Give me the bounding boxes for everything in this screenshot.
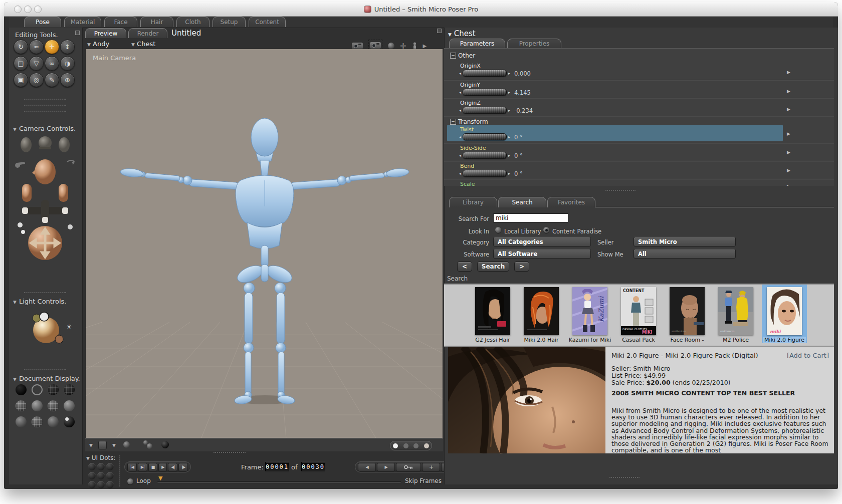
- document-display-header[interactable]: ▼ Document Display.: [13, 373, 80, 383]
- add-to-cart-link[interactable]: [Add to Cart]: [787, 352, 829, 359]
- total-frames-field[interactable]: 00030: [301, 462, 325, 471]
- result-item[interactable]: smithmicro Face Room -: [665, 285, 710, 343]
- param-value[interactable]: -0.234: [514, 107, 533, 114]
- current-frame-field[interactable]: 00001: [265, 462, 289, 471]
- direct-manipulation-tool-icon[interactable]: ⊕: [60, 73, 75, 87]
- display-mode-flat-shaded[interactable]: [32, 400, 43, 411]
- rotate-tool-icon[interactable]: ↻: [14, 40, 28, 54]
- chevron-down-icon[interactable]: ▼: [89, 443, 93, 448]
- resize-grip[interactable]: [605, 190, 636, 191]
- show-me-dropdown[interactable]: All: [634, 249, 736, 259]
- tab-material[interactable]: Material: [64, 17, 101, 27]
- ui-dot[interactable]: [88, 481, 96, 488]
- param-expand-icon[interactable]: ▶: [787, 168, 790, 173]
- param-dial-originy[interactable]: ◂▸: [459, 89, 510, 96]
- result-item[interactable]: G2 Jessi Hair: [470, 285, 515, 343]
- grouping-tool-icon[interactable]: ▣: [14, 73, 28, 87]
- prev-page-button[interactable]: <: [457, 262, 472, 272]
- ui-dot[interactable]: [97, 481, 105, 488]
- param-dial-sideside[interactable]: ◂▸: [459, 152, 510, 159]
- morph-tool-icon[interactable]: ✎: [45, 73, 59, 87]
- search-input[interactable]: [493, 213, 568, 222]
- local-library-radio[interactable]: [495, 227, 501, 233]
- param-expand-icon[interactable]: ▶: [787, 184, 790, 186]
- timeline-marker[interactable]: ▼: [158, 475, 162, 481]
- tab-search[interactable]: Search: [498, 197, 546, 207]
- content-paradise-label[interactable]: Content Paradise: [552, 228, 601, 235]
- param-dial-originz[interactable]: ◂▸: [459, 107, 510, 114]
- display-mode-texture-shaded[interactable]: [48, 416, 59, 427]
- color-tool-icon[interactable]: ◑: [60, 56, 75, 71]
- actor-header[interactable]: ▼ Chest: [448, 29, 476, 38]
- result-item[interactable]: KaZumi Kazumi for Miki: [567, 285, 612, 343]
- collapse-group-icon[interactable]: −: [450, 119, 456, 125]
- sun-icon[interactable]: ☀: [66, 323, 72, 331]
- ui-dots-header[interactable]: ▼ UI Dots:: [86, 454, 115, 461]
- param-expand-icon[interactable]: ▶: [787, 89, 790, 94]
- param-expand-icon[interactable]: ▶: [787, 107, 790, 112]
- content-paradise-radio[interactable]: [543, 227, 549, 233]
- panel-shade-icon[interactable]: [75, 31, 80, 35]
- ui-dot[interactable]: [88, 463, 96, 470]
- param-dial-twist[interactable]: ◂▸: [459, 133, 510, 140]
- result-item[interactable]: Miki 2.0 Hair: [519, 285, 564, 343]
- tab-render[interactable]: Render: [128, 28, 167, 38]
- display-mode-cartoon[interactable]: [64, 400, 75, 411]
- camera-controls-header[interactable]: ▼ Camera Controls.: [13, 123, 76, 133]
- magnifier-tool-icon[interactable]: ◎: [29, 73, 44, 87]
- ui-dot[interactable]: [88, 472, 96, 479]
- param-expand-icon[interactable]: ▶: [787, 70, 790, 75]
- step-back-button[interactable]: ◀|: [168, 463, 177, 471]
- translate-inout-tool-icon[interactable]: ↕: [60, 40, 75, 54]
- software-dropdown[interactable]: All Software: [493, 249, 591, 259]
- light-controls-header[interactable]: ▼ Light Controls.: [13, 296, 67, 306]
- play-button[interactable]: ▶: [158, 463, 167, 471]
- tab-library[interactable]: Library: [449, 197, 497, 207]
- translate-tool-icon[interactable]: ✛: [45, 40, 59, 54]
- param-value[interactable]: 4.145: [514, 89, 531, 96]
- timeline-track[interactable]: [157, 481, 401, 483]
- tab-pose[interactable]: Pose: [24, 17, 61, 27]
- tab-face[interactable]: Face: [104, 17, 137, 27]
- stop-button[interactable]: ■: [148, 463, 158, 471]
- tracking-mode-pill[interactable]: [390, 441, 432, 450]
- loop-radio[interactable]: [127, 478, 133, 484]
- tab-preview[interactable]: Preview: [85, 28, 126, 38]
- scrollbar-grip[interactable]: [609, 477, 640, 478]
- resize-grip[interactable]: [214, 452, 246, 453]
- display-mode-smooth-shaded[interactable]: [16, 416, 27, 427]
- camera-name-label[interactable]: Main Camera: [93, 54, 136, 62]
- param-expand-icon[interactable]: ▶: [787, 150, 790, 155]
- param-value[interactable]: 0 °: [514, 134, 523, 141]
- display-mode-hidden-line[interactable]: [64, 384, 75, 395]
- main-viewport[interactable]: Main Camera: [85, 49, 443, 438]
- next-page-button[interactable]: >: [514, 262, 529, 272]
- tab-hair[interactable]: Hair: [140, 17, 173, 27]
- local-library-label[interactable]: Local Library: [504, 228, 541, 235]
- display-mode-wireframe[interactable]: [48, 384, 59, 395]
- tab-cloth[interactable]: Cloth: [176, 17, 209, 27]
- ui-dot[interactable]: [97, 472, 105, 479]
- display-mode-flat-lined[interactable]: [48, 400, 59, 411]
- step-forward-button[interactable]: |▶: [178, 463, 188, 471]
- seller-dropdown[interactable]: Smith Micro: [634, 237, 736, 246]
- chain-break-tool-icon[interactable]: ∞: [45, 56, 59, 71]
- edit-keyframes-button[interactable]: [396, 463, 421, 471]
- shadow-toggle-icon[interactable]: [161, 441, 169, 448]
- ui-dot[interactable]: [97, 463, 105, 470]
- tab-setup[interactable]: Setup: [213, 17, 246, 27]
- param-dial-originx[interactable]: ◂▸: [459, 70, 510, 77]
- multi-sphere-icon[interactable]: [147, 443, 152, 449]
- camera-controls-widget[interactable]: [13, 134, 77, 260]
- result-item[interactable]: CONTENT CASUAL CLOTHES MIKI Casual Pack: [616, 285, 661, 343]
- ui-dot[interactable]: [106, 472, 114, 479]
- category-dropdown[interactable]: All Categories: [493, 237, 591, 246]
- next-key-button[interactable]: ▶: [377, 463, 395, 471]
- param-expand-icon[interactable]: ▶: [787, 131, 790, 136]
- result-item[interactable]: smithmicro M2 Police: [713, 285, 758, 343]
- display-mode-sketch[interactable]: [64, 416, 75, 427]
- tab-parameters[interactable]: Parameters: [449, 39, 505, 48]
- depth-cue-icon[interactable]: [98, 441, 107, 449]
- display-mode-lit-wireframe[interactable]: [16, 400, 27, 411]
- actor-selector[interactable]: ▼ Chest: [131, 40, 155, 48]
